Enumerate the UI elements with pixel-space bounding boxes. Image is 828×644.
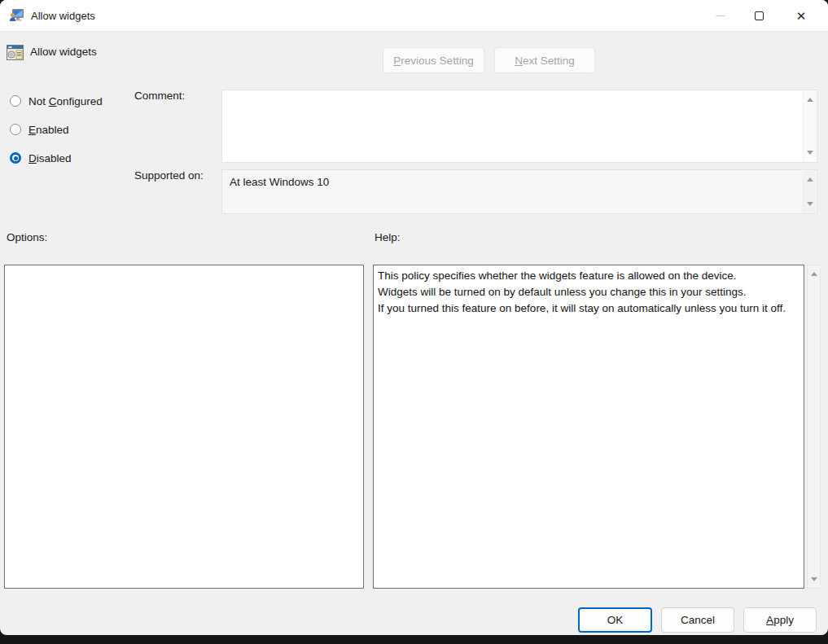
scroll-down-icon[interactable] (807, 151, 813, 155)
close-button[interactable]: ✕ (782, 0, 820, 31)
radio-circle (10, 95, 21, 107)
supported-on-label: Supported on: (134, 169, 204, 182)
apply-button[interactable]: Apply (743, 607, 817, 633)
computer-user-icon (9, 8, 24, 24)
minimize-icon (716, 15, 725, 16)
scroll-up-icon[interactable] (807, 177, 813, 182)
radio-enabled[interactable]: Enabled (10, 122, 69, 137)
help-text: This policy specifies whether the widget… (378, 268, 800, 317)
options-label: Options: (7, 231, 47, 243)
minimize-button[interactable] (701, 0, 738, 31)
titlebar: Allow widgets ✕ (0, 0, 828, 32)
comment-label: Comment: (134, 90, 185, 102)
radio-circle (10, 124, 21, 135)
radio-label: Enabled (28, 124, 69, 136)
maximize-button[interactable] (740, 0, 778, 31)
help-panel: This policy specifies whether the widget… (373, 265, 804, 589)
policy-setting-icon (7, 45, 24, 60)
next-setting-button[interactable]: Next Setting (494, 47, 595, 73)
options-panel (4, 265, 364, 589)
maximize-icon (755, 11, 764, 20)
help-label: Help: (375, 231, 401, 243)
window-title: Allow widgets (31, 10, 95, 22)
help-scrollbar[interactable] (807, 265, 821, 589)
policy-setting-dialog: Allow widgets ✕ Allow widgets Previous S… (0, 0, 828, 635)
scroll-down-icon[interactable] (811, 577, 817, 581)
supported-on-value: At least Windows 10 (230, 176, 329, 188)
comment-scrollbar[interactable] (803, 91, 816, 161)
scroll-down-icon[interactable] (807, 202, 813, 206)
scroll-up-icon[interactable] (807, 98, 813, 102)
radio-not-configured[interactable]: Not Configured (10, 94, 103, 108)
comment-input[interactable] (221, 90, 817, 163)
ok-button[interactable]: OK (578, 607, 652, 633)
radio-disabled[interactable]: Disabled (10, 151, 72, 165)
supported-on-field: At least Windows 10 (221, 169, 817, 214)
radio-label: Not Configured (28, 95, 103, 107)
policy-name: Allow widgets (30, 46, 97, 58)
supported-scrollbar[interactable] (803, 171, 816, 212)
radio-circle (10, 152, 21, 164)
close-icon: ✕ (796, 10, 807, 22)
scroll-up-icon[interactable] (811, 272, 817, 276)
radio-label: Disabled (28, 152, 72, 164)
previous-setting-button[interactable]: Previous Setting (383, 47, 484, 73)
cancel-button[interactable]: Cancel (661, 607, 734, 633)
